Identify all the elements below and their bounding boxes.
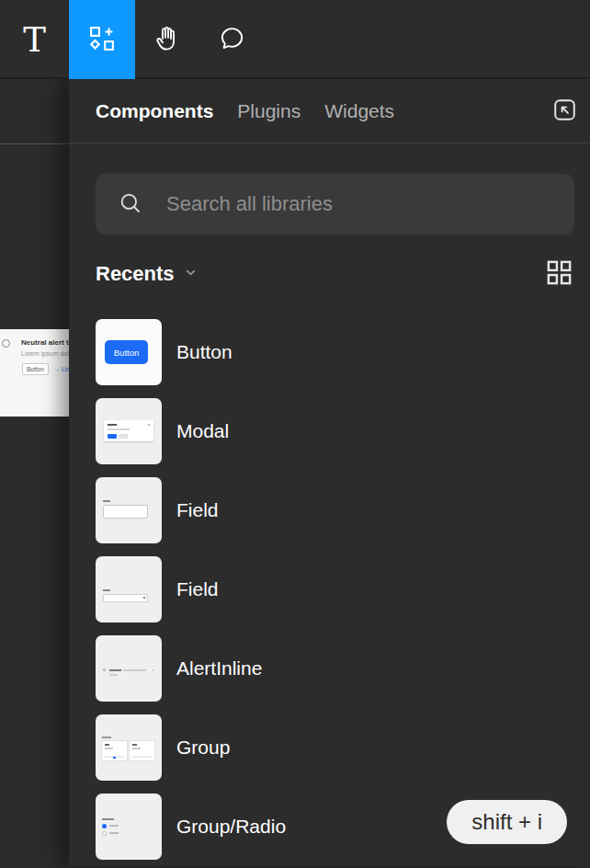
components-panel: Components Plugins Widgets <box>69 79 590 866</box>
component-thumbnail: Button <box>96 319 162 385</box>
grid-icon <box>545 258 573 290</box>
tab-components[interactable]: Components <box>96 100 213 122</box>
list-item-modal[interactable]: Modal <box>96 398 590 464</box>
chevron-down-icon <box>184 266 198 282</box>
list-item-field-select[interactable]: Field <box>96 556 590 622</box>
component-label: Modal <box>176 420 229 442</box>
component-label: Field <box>176 499 219 521</box>
info-icon <box>2 339 10 348</box>
comment-tool-button[interactable] <box>199 0 264 79</box>
component-thumbnail <box>96 477 162 543</box>
alert-link[interactable]: → Link text <box>54 366 69 372</box>
alert-body: Lorem ipsum dolor amet conseq <box>21 350 69 357</box>
component-thumbnail <box>96 635 162 702</box>
grid-view-button[interactable] <box>545 258 573 290</box>
arrow-up-left-icon <box>551 97 578 126</box>
tab-widgets[interactable]: Widgets <box>324 100 394 122</box>
hand-tool-button[interactable] <box>135 0 199 79</box>
search-input[interactable] <box>166 192 552 216</box>
hand-icon <box>153 25 181 55</box>
list-item-field-text[interactable]: Field <box>96 477 590 543</box>
search-icon <box>118 190 142 219</box>
alert-artboard[interactable]: Neutral alert title Lorem ipsum dolor am… <box>0 329 69 417</box>
component-list: Button Button Modal Field <box>96 319 590 860</box>
component-thumbnail <box>96 714 162 781</box>
search-box <box>96 174 574 234</box>
section-header: Recents <box>96 262 573 286</box>
toolbar: T <box>0 0 590 79</box>
comment-icon <box>219 25 245 54</box>
panel-tabs: Components Plugins Widgets <box>69 79 590 143</box>
canvas[interactable]: Neutral alert title Lorem ipsum dolor am… <box>0 79 69 866</box>
text-tool-icon: T <box>23 23 46 57</box>
figma-app-window: T <box>0 0 590 868</box>
component-thumbnail <box>96 794 162 860</box>
alert-title: Neutral alert title <box>21 338 69 347</box>
text-tool-button[interactable]: T <box>0 0 69 79</box>
component-label: Group <box>176 737 230 759</box>
assets-icon <box>88 25 116 55</box>
assets-tool-button[interactable] <box>69 0 135 79</box>
shortcut-pill: shift + i <box>447 800 567 844</box>
component-thumbnail <box>96 556 162 622</box>
content-area: Neutral alert title Lorem ipsum dolor am… <box>0 79 590 866</box>
section-title: Recents <box>96 262 175 286</box>
component-label: Field <box>176 578 219 600</box>
list-item-group[interactable]: Group <box>96 714 590 781</box>
list-item-alertinline[interactable]: AlertInline <box>96 635 590 702</box>
component-label: Button <box>176 341 233 363</box>
canvas-guide-line <box>0 143 69 144</box>
open-in-window-button[interactable] <box>551 97 578 126</box>
component-thumbnail <box>96 398 162 464</box>
list-item-button[interactable]: Button Button <box>96 319 590 385</box>
component-label: AlertInline <box>176 657 262 680</box>
tab-plugins[interactable]: Plugins <box>237 100 301 122</box>
component-label: Group/Radio <box>176 816 286 838</box>
recents-toggle[interactable]: Recents <box>96 262 198 286</box>
thumb-button-preview: Button <box>105 340 148 364</box>
alert-button[interactable]: Button <box>22 363 49 375</box>
